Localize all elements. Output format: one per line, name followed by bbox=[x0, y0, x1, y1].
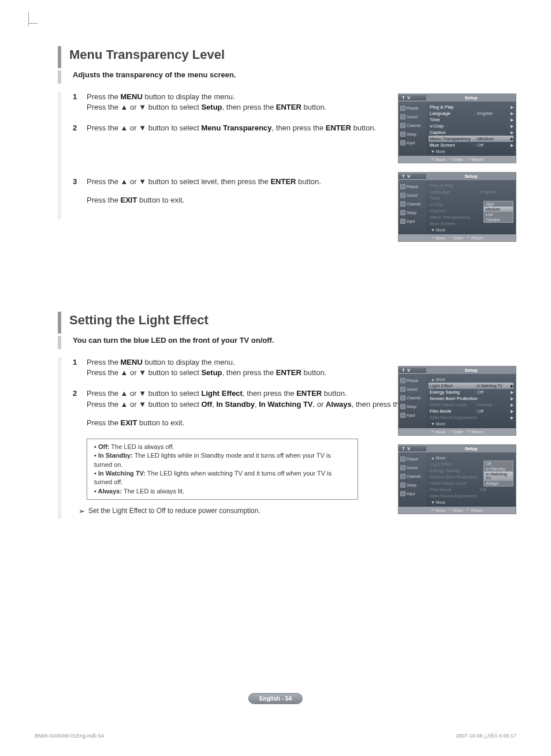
tip-text: Set the Light Effect to Off to reduce po… bbox=[88, 507, 260, 515]
section1-title: Menu Transparency Level bbox=[58, 46, 516, 68]
step-num: 3 bbox=[73, 177, 87, 205]
osd-row-selected[interactable]: Menu Transparency: Medium▶ bbox=[429, 136, 513, 142]
move-icon: ✦ bbox=[431, 157, 434, 162]
osd-row[interactable]: Plug & Play▶ bbox=[430, 104, 513, 110]
osd-row[interactable]: V-Chip▶ bbox=[430, 123, 513, 129]
nav-sound[interactable]: Sound bbox=[399, 463, 426, 472]
kw: Menu Transparency bbox=[201, 123, 271, 132]
step-num: 2 bbox=[73, 123, 87, 133]
nav-input[interactable]: Input bbox=[399, 411, 426, 420]
osd-row[interactable]: Time▶ bbox=[430, 117, 513, 123]
kw: ENTER bbox=[276, 103, 301, 111]
osd-more[interactable]: ▼ More bbox=[430, 421, 513, 427]
section2-desc: You can turn the blue LED on the front o… bbox=[58, 336, 516, 349]
nav-picture[interactable]: Picture bbox=[399, 182, 426, 191]
dropdown-opt[interactable]: Low bbox=[484, 212, 513, 217]
text: Press the bbox=[87, 92, 121, 101]
osd-setup-panel: T VSetup Picture Sound Channel Setup Inp… bbox=[398, 172, 516, 242]
enter-icon: ⏎ bbox=[449, 157, 452, 162]
footer-left: BN68-01094W-01Eng.indb 54 bbox=[35, 733, 104, 739]
nav-channel[interactable]: Channel bbox=[399, 200, 426, 208]
dropdown-opt[interactable]: High bbox=[484, 201, 513, 207]
osd-more[interactable]: ▼ More bbox=[430, 227, 513, 233]
picture-icon bbox=[400, 106, 405, 111]
dropdown-opt[interactable]: In Standby bbox=[484, 466, 513, 471]
step-num: 1 bbox=[73, 357, 87, 378]
nav-channel[interactable]: Channel bbox=[399, 394, 426, 402]
sound-icon bbox=[400, 114, 405, 119]
osd-row[interactable]: Film Mode: Off bbox=[430, 486, 513, 493]
kw: Setup bbox=[201, 103, 222, 111]
dropdown-opt[interactable]: Off bbox=[484, 461, 513, 466]
osd-row[interactable]: HDMI Black Level: Normal▶ bbox=[430, 402, 513, 408]
nav-input[interactable]: Input bbox=[399, 217, 426, 226]
osd-header: T V Setup bbox=[399, 94, 516, 102]
dropdown-opt-selected[interactable]: In Watching TV bbox=[484, 471, 513, 481]
nav-channel[interactable]: Channel bbox=[399, 472, 426, 481]
nav-picture[interactable]: Picture bbox=[399, 104, 426, 113]
channel-icon bbox=[400, 123, 405, 128]
setup-icon bbox=[400, 132, 405, 137]
nav-setup[interactable]: Setup bbox=[399, 208, 426, 217]
dropdown-opt[interactable]: Always bbox=[484, 481, 513, 486]
osd-row[interactable]: Screen Burn Protection▶ bbox=[430, 395, 513, 402]
nav-setup[interactable]: Setup bbox=[399, 481, 426, 489]
kw: MENU bbox=[121, 92, 143, 101]
text: button. bbox=[351, 123, 376, 132]
osd-nav: Picture Sound Channel Setup Input bbox=[399, 102, 426, 156]
input-icon bbox=[400, 140, 405, 145]
nav-channel[interactable]: Channel bbox=[399, 121, 426, 130]
nav-picture[interactable]: Picture bbox=[399, 376, 426, 385]
osd-setup-panel: T VSetup Picture Sound Channel Setup Inp… bbox=[398, 444, 516, 514]
osd-row[interactable]: Wall-Mount Adjustment▶ bbox=[430, 414, 513, 421]
text: button to exit. bbox=[137, 196, 184, 204]
osd-row[interactable]: Energy Saving: Off▶ bbox=[430, 389, 513, 395]
note-box: • Off: The LED is always off. • In Stand… bbox=[87, 439, 358, 500]
section1-desc: Adjusts the transparency of the menu scr… bbox=[58, 70, 516, 84]
nav-sound[interactable]: Sound bbox=[399, 113, 426, 121]
kw: ENTER bbox=[326, 123, 351, 132]
osd-more[interactable]: ▲ More bbox=[430, 376, 513, 383]
osd-row-selected[interactable]: Light Effect: In Watching TV▶ bbox=[429, 383, 513, 389]
return-icon: ↶ bbox=[467, 157, 470, 162]
print-footer: BN68-01094W-01Eng.indb 54 2007-10-08 ¿ÀÈ… bbox=[35, 733, 516, 739]
nav-picture[interactable]: Picture bbox=[399, 455, 426, 463]
osd-row[interactable]: Film Mode: Off▶ bbox=[430, 408, 513, 414]
text: button. bbox=[296, 177, 321, 186]
osd-items: Plug & Play▶ Language: English▶ Time▶ V-… bbox=[426, 102, 516, 156]
osd-row[interactable]: Plug & Play bbox=[430, 182, 513, 189]
nav-input[interactable]: Input bbox=[399, 489, 426, 498]
nav-sound[interactable]: Sound bbox=[399, 191, 426, 200]
text: button. bbox=[301, 103, 326, 111]
page: Menu Transparency Level Adjusts the tran… bbox=[0, 0, 551, 756]
nav-setup[interactable]: Setup bbox=[399, 402, 426, 411]
text: Press the ▲ or ▼ button to select bbox=[87, 123, 201, 132]
osd-row[interactable]: Blue Screen: Off▶ bbox=[430, 142, 513, 148]
kw: ENTER bbox=[270, 177, 296, 186]
transparency-dropdown[interactable]: High Medium Low Opaque bbox=[483, 201, 513, 223]
osd-row[interactable]: Wall-Mount Adjustment bbox=[430, 493, 513, 499]
nav-sound[interactable]: Sound bbox=[399, 385, 426, 394]
nav-setup[interactable]: Setup bbox=[399, 130, 426, 139]
step-num: 1 bbox=[73, 92, 87, 113]
osd-more[interactable]: ▼ More bbox=[430, 148, 513, 155]
text: Press the ▲ or ▼ button to select level,… bbox=[87, 177, 270, 186]
text: button to display the menu. bbox=[143, 92, 235, 101]
osd-more[interactable]: ▼ More bbox=[430, 499, 513, 506]
osd-setup-panel: T VSetup Picture Sound Channel Setup Inp… bbox=[398, 366, 516, 436]
dropdown-opt[interactable]: Opaque bbox=[484, 217, 513, 222]
dropdown-opt-selected[interactable]: Medium bbox=[484, 207, 513, 212]
osd-row[interactable]: Language: English▶ bbox=[430, 110, 513, 117]
osd-row[interactable]: Caption▶ bbox=[430, 129, 513, 136]
kw: EXIT bbox=[121, 196, 137, 204]
osd-row[interactable]: Language: English bbox=[430, 189, 513, 195]
text: Press the ▲ or ▼ button to select bbox=[87, 103, 201, 111]
nav-input[interactable]: Input bbox=[399, 139, 426, 147]
step-num: 2 bbox=[73, 388, 87, 428]
text: , then press the bbox=[272, 123, 326, 132]
osd-tv-label: T V bbox=[399, 95, 426, 100]
pointer-icon: ➢ bbox=[79, 507, 85, 515]
osd-setup-panel: T V Setup Picture Sound Channel Setup In… bbox=[398, 93, 516, 163]
light-effect-dropdown[interactable]: Off In Standby In Watching TV Always bbox=[483, 461, 513, 486]
text: Press the bbox=[87, 196, 121, 204]
